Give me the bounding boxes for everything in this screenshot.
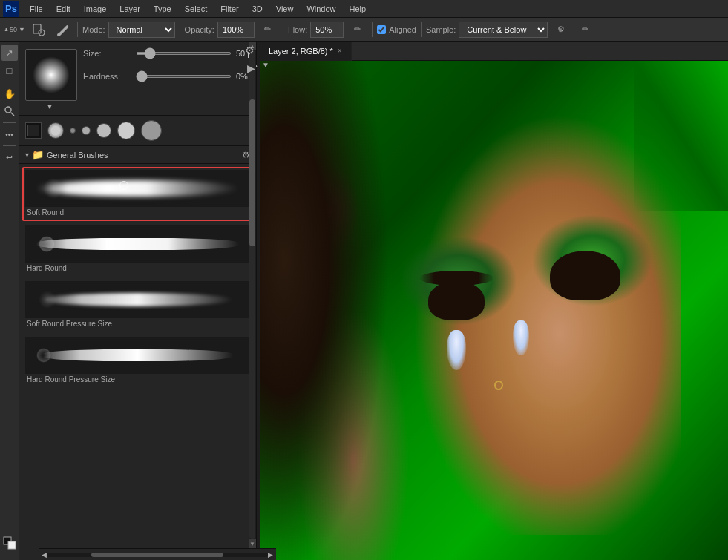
- separator2: [180, 22, 180, 37]
- more-tools-btn[interactable]: •••: [1, 126, 18, 142]
- eye-right-dark: [550, 251, 620, 300]
- flow-pen-icon[interactable]: ✏: [347, 19, 367, 40]
- separator4: [372, 22, 373, 37]
- brush-swatches: [19, 116, 256, 146]
- brush-toggle-icon[interactable]: [52, 19, 73, 40]
- size-slider[interactable]: [136, 52, 232, 55]
- left-toolbar: ↗ □ ✋ ••• ↩: [0, 42, 19, 560]
- brush-list: Soft Round Hard Round Soft Round Pressur…: [19, 164, 256, 512]
- green-corner: [634, 61, 728, 211]
- scroll-down-btn[interactable]: ▼: [249, 539, 256, 548]
- hscroll-left-btn[interactable]: ◀: [42, 551, 47, 559]
- menu-edit[interactable]: Edit: [50, 3, 76, 15]
- hardness-slider[interactable]: [136, 75, 232, 78]
- opacity-value[interactable]: 100%: [217, 22, 255, 38]
- magnifier-icon: [4, 106, 15, 116]
- foreground-bg-tool[interactable]: [1, 535, 18, 551]
- preview-down-arrow: ▼: [46, 102, 53, 111]
- menu-image[interactable]: Image: [78, 3, 113, 15]
- swatch-dot-xxlg[interactable]: [141, 120, 162, 141]
- brush-preview-hard-round-pressure: [25, 337, 250, 374]
- user-icon: [4, 23, 8, 36]
- menu-3d[interactable]: 3D: [246, 3, 269, 15]
- swatch-square-1[interactable]: [25, 122, 42, 139]
- panel-settings-icon[interactable]: ⚙: [245, 45, 255, 56]
- menu-layer[interactable]: Layer: [114, 3, 146, 15]
- app-logo: Ps: [3, 1, 19, 17]
- svg-point-2: [39, 30, 45, 36]
- flow-value[interactable]: 50%: [310, 22, 344, 38]
- brush-preview-box: [25, 49, 77, 101]
- rectangle-tool[interactable]: □: [1, 62, 18, 79]
- move-tool[interactable]: ↗: [1, 45, 18, 61]
- hscroll-track[interactable]: [47, 553, 268, 557]
- svg-rect-7: [8, 541, 16, 549]
- hard-pressure-stroke: [42, 349, 234, 361]
- tab-close-button[interactable]: ×: [338, 47, 342, 55]
- edit-icon-right[interactable]: ✏: [574, 19, 595, 40]
- scroll-track[interactable]: [249, 50, 255, 539]
- eyelash-left: [419, 271, 494, 286]
- tear-right: [513, 320, 529, 355]
- menu-type[interactable]: Type: [148, 3, 177, 15]
- collapse-arrow[interactable]: ▾: [25, 151, 29, 159]
- zoom-tool[interactable]: [1, 103, 18, 119]
- hscroll-right-btn[interactable]: ▶: [268, 551, 273, 559]
- mode-dropdown[interactable]: Normal Multiply Screen: [108, 22, 175, 38]
- active-tab[interactable]: Layer 2, RGB/8) * ×: [260, 42, 352, 61]
- menu-select[interactable]: Select: [179, 3, 214, 15]
- separator3: [283, 22, 283, 37]
- scroll-thumb[interactable]: [249, 99, 255, 246]
- brush-item-hard-round[interactable]: Hard Round: [22, 223, 253, 277]
- swatch-round-1[interactable]: [47, 122, 64, 139]
- size-dn-arrow[interactable]: ▼: [262, 61, 269, 69]
- opacity-label: Opacity:: [185, 25, 214, 34]
- hardness-slider-row: Hardness: 0%: [83, 72, 269, 81]
- sample-dropdown[interactable]: Current & Below Current Layer All Layers: [459, 22, 548, 38]
- brush-item-soft-round[interactable]: Soft Round: [22, 167, 253, 221]
- horizontal-scrollbar: ◀ ▶: [39, 548, 276, 560]
- brush-item-soft-round-pressure[interactable]: Soft Round Pressure Size: [22, 278, 253, 332]
- brush-preview-soft-round-pressure: [25, 281, 250, 318]
- aligned-label: Aligned: [389, 25, 416, 34]
- swatch-dot-lg[interactable]: [96, 123, 111, 138]
- menu-filter[interactable]: Filter: [214, 3, 244, 15]
- options-bar: 50 ▼ Mode: Normal Multiply Screen Opacit…: [0, 18, 728, 42]
- menu-help[interactable]: Help: [344, 3, 373, 15]
- brush-name-hard-round: Hard Round: [25, 263, 250, 274]
- swatch-dot-med[interactable]: [82, 126, 91, 135]
- panel-expand-icon[interactable]: ▶: [247, 62, 255, 74]
- svg-point-0: [5, 28, 7, 30]
- hand-tool[interactable]: ✋: [1, 85, 18, 102]
- tool-preset-icon[interactable]: 50 ▼: [4, 19, 25, 40]
- swatch-dot-xlg[interactable]: [117, 122, 135, 139]
- nose-ring: [494, 381, 504, 390]
- brush-list-header: ▾ 📁 General Brushes ⚙: [19, 146, 256, 164]
- brush-preview-soft-round: [25, 170, 250, 207]
- eye-left-dark: [428, 280, 485, 320]
- aligned-checkbox[interactable]: [377, 25, 386, 34]
- hscroll-thumb[interactable]: [91, 553, 224, 557]
- opacity-pen-icon[interactable]: ✏: [258, 19, 278, 40]
- soft-pressure-stroke: [42, 293, 234, 306]
- brush-name-hard-round-pressure: Hard Round Pressure Size: [25, 374, 250, 385]
- soft-round-stroke: [36, 180, 239, 197]
- slider-area: Size: 50 px ▲ ▼ Hardness: 0%: [83, 49, 269, 84]
- sample-icon[interactable]: ⚙: [551, 19, 571, 40]
- vertical-scrollbar[interactable]: ▲ ▼: [249, 42, 256, 548]
- canvas-area[interactable]: [260, 61, 728, 560]
- menu-window[interactable]: Window: [301, 3, 341, 15]
- brush-panel: Size: 50 px ▲ ▼ Hardness: 0% ▼: [19, 42, 257, 560]
- tool-size-badge: 50: [10, 26, 17, 33]
- menu-view[interactable]: View: [270, 3, 300, 15]
- brush-circle-preview: [33, 56, 70, 93]
- swatch-dot-small[interactable]: [70, 128, 76, 134]
- tool-separator3: [3, 145, 16, 146]
- svg-rect-1: [33, 24, 41, 33]
- brush-item-hard-round-pressure[interactable]: Hard Round Pressure Size: [22, 334, 253, 388]
- separator: [77, 22, 78, 37]
- undo-tool[interactable]: ↩: [1, 149, 18, 165]
- menu-file[interactable]: File: [24, 3, 49, 15]
- clone-stamp-icon[interactable]: [28, 19, 49, 40]
- svg-point-3: [57, 33, 60, 36]
